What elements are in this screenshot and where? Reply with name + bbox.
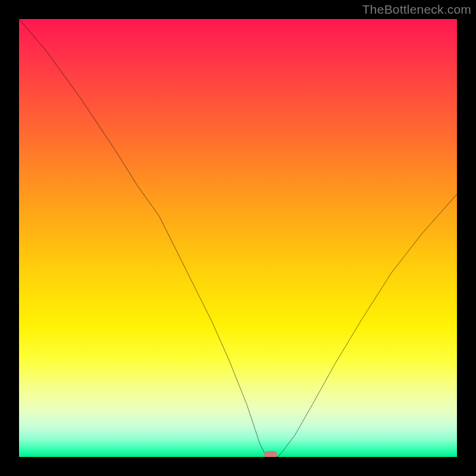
- bottleneck-curve: [19, 19, 457, 457]
- chart-frame: TheBottleneck.com: [0, 0, 476, 476]
- watermark-text: TheBottleneck.com: [362, 2, 471, 17]
- optimum-marker: [264, 451, 277, 457]
- plot-area: [19, 19, 457, 457]
